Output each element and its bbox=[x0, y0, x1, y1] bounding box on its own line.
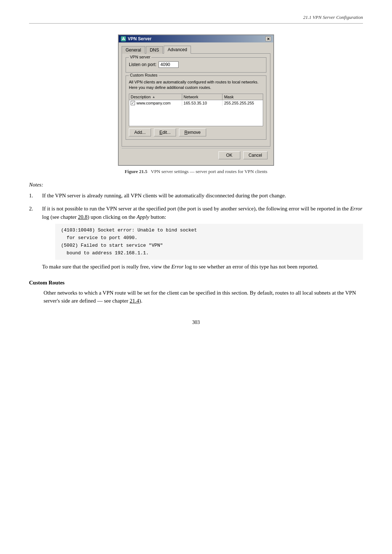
notes-list: 1. If the VPN server is already running,… bbox=[29, 192, 363, 271]
col-description: Description ▲ bbox=[129, 94, 182, 100]
note-1: 1. If the VPN server is already running,… bbox=[29, 192, 363, 200]
table-row[interactable]: ✓ www.company.com 165.53.35.10 255.255.2… bbox=[129, 100, 263, 106]
dialog-area: 🖧 VPN Server ✕ General DNS Advanced VP bbox=[29, 34, 363, 175]
tab-advanced[interactable]: Advanced bbox=[164, 46, 191, 54]
custom-routes-heading: Custom Routes bbox=[29, 280, 363, 286]
edit-label: dit... bbox=[162, 130, 171, 135]
vpn-server-legend: VPN server bbox=[129, 55, 151, 59]
note-2-mid: log (see chapter bbox=[42, 214, 78, 220]
vpn-server-content: Listen on port: bbox=[129, 61, 263, 68]
row-description: ✓ www.company.com bbox=[129, 100, 182, 106]
listen-port-row: Listen on port: bbox=[129, 61, 263, 68]
figure-caption: Figure 21.5 VPN server settings — server… bbox=[124, 169, 267, 175]
note-2-italic2: Apply bbox=[136, 214, 149, 220]
row-mask: 255.255.255.255 bbox=[222, 100, 263, 106]
edit-button[interactable]: Edit... bbox=[154, 128, 176, 136]
routes-description: All VPN clients are automatically config… bbox=[129, 79, 263, 91]
remove-button[interactable]: Remove bbox=[179, 128, 206, 136]
code-line-4: bound to address 192.168.1.1. bbox=[61, 250, 357, 257]
figure-caption-text: VPN server settings — server port and ro… bbox=[151, 169, 268, 174]
tab-general[interactable]: General bbox=[122, 46, 145, 54]
note-2-end2: button: bbox=[149, 214, 166, 220]
dialog-bottom-buttons: OK Cancel bbox=[122, 148, 270, 162]
code-line-1: (4103:10048) Socket error: Unable to bin… bbox=[61, 227, 357, 234]
ok-button[interactable]: OK bbox=[219, 151, 240, 159]
col-mask: Mask bbox=[222, 94, 263, 100]
note-2-italic1: Error bbox=[350, 206, 363, 212]
add-button[interactable]: Add... bbox=[129, 128, 151, 136]
header-text: 21.1 VPN Server Configuration bbox=[303, 15, 363, 20]
custom-routes-group: Custom Routes All VPN clients are automa… bbox=[126, 75, 266, 140]
note-2-after-intro: To make sure that the specified port is … bbox=[42, 264, 171, 270]
note-2-after-italic: Error bbox=[171, 264, 184, 270]
note-2-end: ) upon clicking on the bbox=[87, 214, 136, 220]
routes-table-wrapper: Description ▲ Network Mask ✓ www bbox=[129, 94, 263, 126]
remove-label: emove bbox=[188, 130, 201, 135]
cancel-button[interactable]: Cancel bbox=[243, 151, 268, 159]
custom-routes-end: ). bbox=[139, 298, 142, 304]
custom-routes-link[interactable]: 21.4 bbox=[130, 298, 139, 304]
note-2-after-end: log to see whether an error of this type… bbox=[184, 264, 319, 270]
table-buttons-row: Add... Edit... Remove bbox=[129, 128, 263, 136]
custom-routes-legend: Custom Routes bbox=[129, 73, 159, 77]
dialog-box: 🖧 VPN Server ✕ General DNS Advanced VP bbox=[118, 34, 274, 166]
page-number: 303 bbox=[29, 320, 363, 325]
dialog-titlebar: 🖧 VPN Server ✕ bbox=[119, 35, 273, 42]
listen-port-input[interactable] bbox=[159, 61, 179, 68]
note-1-num: 1. bbox=[29, 192, 42, 200]
dialog-content: General DNS Advanced VPN server Listen o… bbox=[119, 42, 273, 165]
code-line-2: for service to port 4090. bbox=[61, 234, 357, 242]
table-header: Description ▲ Network Mask bbox=[129, 94, 263, 100]
titlebar-left: 🖧 VPN Server bbox=[121, 36, 151, 41]
main-content: Notes: 1. If the VPN server is already r… bbox=[29, 182, 363, 305]
custom-routes-content: All VPN clients are automatically config… bbox=[129, 79, 263, 136]
tab-dns[interactable]: DNS bbox=[146, 46, 163, 54]
page-header: 21.1 VPN Server Configuration bbox=[29, 15, 363, 24]
listen-label: Listen on port: bbox=[129, 62, 156, 67]
code-block: (4103:10048) Socket error: Unable to bin… bbox=[55, 224, 363, 260]
code-line-3: (5002) Failed to start service "VPN" bbox=[61, 242, 357, 250]
note-2: 2. If it is not possible to run the VPN … bbox=[29, 205, 363, 271]
note-2-link[interactable]: 20.8 bbox=[78, 214, 87, 220]
notes-label: Notes: bbox=[29, 182, 363, 188]
note-2-content: If it is not possible to run the VPN ser… bbox=[42, 205, 363, 271]
note-2-intro: If it is not possible to run the VPN ser… bbox=[42, 206, 350, 212]
figure-label: Figure 21.5 bbox=[124, 169, 147, 174]
custom-routes-body: Other networks to which a VPN route will… bbox=[29, 289, 363, 305]
sort-icon: ▲ bbox=[152, 95, 155, 99]
row-desc-text: www.company.com bbox=[136, 101, 171, 105]
col-network: Network bbox=[182, 94, 223, 100]
tabs-row: General DNS Advanced bbox=[122, 45, 270, 53]
row-network: 165.53.35.10 bbox=[182, 100, 223, 106]
custom-routes-text: Other networks to which a VPN route will… bbox=[44, 290, 356, 304]
tab-panel: VPN server Listen on port: Custom Routes bbox=[122, 53, 270, 147]
page: 21.1 VPN Server Configuration 🖧 VPN Serv… bbox=[0, 0, 392, 554]
vpn-server-group: VPN server Listen on port: bbox=[126, 57, 266, 73]
note-1-text: If the VPN server is already running, al… bbox=[42, 192, 363, 200]
close-button[interactable]: ✕ bbox=[265, 36, 271, 41]
row-checkbox[interactable]: ✓ bbox=[131, 101, 135, 105]
dialog-title: VPN Server bbox=[128, 36, 151, 41]
note-2-num: 2. bbox=[29, 205, 42, 271]
dialog-title-icon: 🖧 bbox=[121, 36, 126, 41]
